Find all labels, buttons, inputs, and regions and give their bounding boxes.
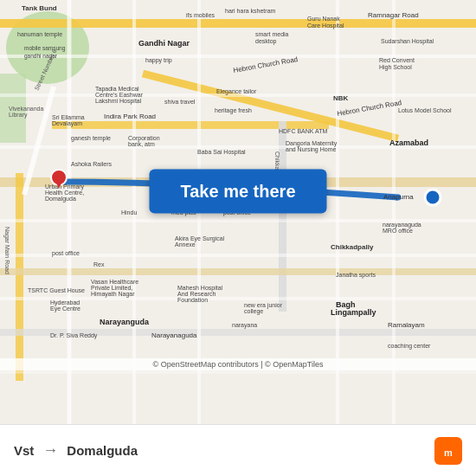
moovit-icon: m (434, 437, 462, 465)
svg-text:Sudarshan Hospital: Sudarshan Hospital (381, 38, 434, 45)
svg-text:Elegance tailor: Elegance tailor (216, 88, 257, 95)
svg-text:Lakshmi Hospital: Lakshmi Hospital (95, 98, 142, 105)
svg-text:hanuman temple: hanuman temple (17, 31, 62, 38)
svg-text:Chikkadpally: Chikkadpally (331, 243, 374, 251)
svg-text:Nagar Main Road: Nagar Main Road (3, 227, 10, 274)
map-attribution: © OpenStreetMap contributors | © OpenMap… (0, 358, 476, 370)
svg-text:smart media: smart media (255, 31, 289, 37)
svg-text:Narayanaguda: Narayanaguda (151, 331, 197, 339)
take-me-there-button[interactable]: Take me there (149, 169, 326, 213)
svg-text:Domalguda: Domalguda (45, 196, 76, 203)
map-container: Ramnagar Road Hebron Church Road Hebron … (0, 0, 476, 424)
svg-text:m: m (444, 447, 453, 458)
svg-text:post office: post office (52, 250, 80, 257)
svg-text:Lingampally: Lingampally (331, 308, 376, 317)
svg-text:NBK: NBK (333, 94, 349, 102)
route-to-label: Domalguda (67, 443, 138, 458)
svg-text:Sri Ellamma: Sri Ellamma (52, 114, 85, 120)
bottom-bar: Vst → Domalguda m (0, 424, 476, 476)
svg-text:Ramalayam: Ramalayam (388, 321, 425, 329)
svg-text:bank, atm: bank, atm (128, 141, 155, 147)
svg-text:Centre's Eashwar: Centre's Eashwar (95, 92, 144, 98)
svg-text:Azamabad: Azamabad (389, 138, 428, 147)
route-arrow-icon: → (42, 441, 58, 460)
svg-text:Rex: Rex (93, 261, 105, 267)
svg-text:Ashoka Railers: Ashoka Railers (71, 161, 113, 167)
svg-text:Guru Nanak: Guru Nanak (307, 16, 340, 22)
svg-text:Himayath Nagar: Himayath Nagar (91, 291, 135, 298)
svg-text:Baba Sai Hospital: Baba Sai Hospital (197, 149, 246, 156)
svg-text:Eye Centre: Eye Centre (50, 306, 80, 312)
moovit-logo: m (434, 437, 462, 465)
svg-text:Gandhi Nagar: Gandhi Nagar (138, 39, 190, 48)
svg-text:Care Hospital: Care Hospital (307, 23, 344, 29)
svg-text:Annexe: Annexe (175, 241, 196, 248)
svg-text:Dr. P. Siva Reddy: Dr. P. Siva Reddy (50, 332, 98, 339)
svg-text:desktop: desktop (255, 38, 277, 45)
svg-text:Red Convent: Red Convent (379, 57, 415, 63)
svg-text:Library: Library (9, 112, 28, 119)
svg-text:High School: High School (379, 64, 412, 71)
svg-text:ifs mobiles: ifs mobiles (186, 12, 215, 18)
svg-text:hari hara kshetram: hari hara kshetram (225, 8, 276, 14)
svg-text:college: college (244, 308, 263, 315)
svg-point-103 (425, 190, 441, 205)
svg-text:Hindu: Hindu (121, 209, 137, 215)
svg-text:Private Limited,: Private Limited, (91, 285, 132, 291)
svg-text:Indira Park Road: Indira Park Road (104, 113, 156, 120)
svg-text:coaching center: coaching center (388, 343, 431, 350)
route-from-label: Vst (14, 443, 34, 458)
svg-text:Health Centre,: Health Centre, (45, 190, 84, 196)
svg-text:heritage fresh: heritage fresh (215, 107, 252, 114)
svg-text:Janatha sports: Janatha sports (336, 272, 376, 279)
svg-text:Ramnagar Road: Ramnagar Road (368, 11, 419, 19)
svg-text:HDFC BANK ATM: HDFC BANK ATM (279, 128, 327, 134)
svg-text:Vivekananda: Vivekananda (9, 106, 43, 112)
svg-text:narayana: narayana (232, 322, 257, 329)
svg-text:Lotus Model School: Lotus Model School (398, 107, 452, 113)
svg-rect-7 (16, 173, 23, 381)
svg-text:Vasan Healthcare: Vasan Healthcare (91, 279, 138, 285)
svg-text:gandhi nagar: gandhi nagar (24, 53, 58, 60)
svg-text:shiva travel: shiva travel (164, 99, 196, 105)
svg-text:Anapurna: Anapurna (383, 193, 414, 201)
svg-text:Tank Bund: Tank Bund (22, 4, 57, 12)
svg-text:mobile samsung: mobile samsung (24, 45, 66, 52)
svg-text:ganesh temple: ganesh temple (71, 135, 111, 142)
svg-text:Narayanguda: Narayanguda (100, 318, 150, 326)
svg-text:Devalayam: Devalayam (52, 120, 82, 127)
svg-text:And Research: And Research (177, 291, 215, 297)
svg-text:TSRTC Guest House: TSRTC Guest House (28, 287, 85, 293)
svg-text:happy trip: happy trip (145, 57, 172, 64)
svg-text:and Nursing Home: and Nursing Home (286, 146, 336, 153)
svg-text:Foundation: Foundation (177, 297, 208, 303)
svg-text:MRO office: MRO office (383, 228, 413, 234)
